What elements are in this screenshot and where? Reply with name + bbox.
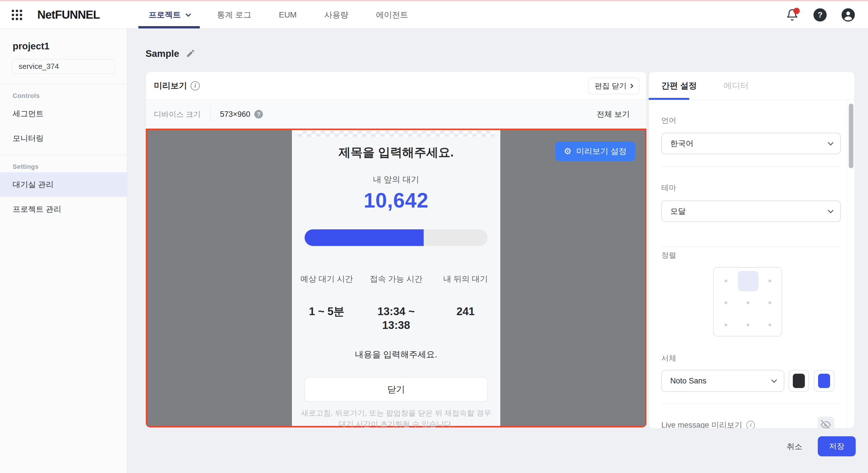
cancel-button[interactable]: 취소: [777, 437, 812, 456]
sidebar: project1 service_374 Controls 세그먼트 모니터링 …: [0, 29, 127, 473]
device-size-value: 573×960: [220, 110, 250, 119]
chevron-down-icon: [828, 140, 834, 146]
nav-item-agent[interactable]: 에이전트: [376, 1, 408, 28]
netfunnel-app: NetFUNNEL 프로젝트 통계 로그 EUM 사용량 에이전트: [0, 0, 868, 473]
tab-editor[interactable]: 에디터: [724, 72, 749, 100]
scrollbar-track: [847, 100, 847, 428]
tab-label: 간편 설정: [661, 80, 697, 92]
nav-item-eum[interactable]: EUM: [279, 1, 297, 28]
preview-stage: 제목을 입력해주세요. 내 앞의 대기 10,642 예상 대기 시간 1 ~ …: [146, 129, 646, 428]
nav-item-label: 프로젝트: [149, 9, 181, 20]
stat-queue-behind: 내 뒤의 대기 241: [431, 274, 500, 332]
language-select-value: 한국어: [670, 138, 693, 149]
waiting-room-modal: 제목을 입력해주세요. 내 앞의 대기 10,642 예상 대기 시간 1 ~ …: [292, 130, 500, 426]
settings-tabs: 간편 설정 에디터: [649, 72, 855, 100]
view-all-button[interactable]: 전체 보기: [596, 109, 630, 119]
language-select[interactable]: 한국어: [661, 133, 841, 154]
stat-label: 내 뒤의 대기: [431, 274, 500, 286]
font-select[interactable]: Noto Sans: [661, 370, 784, 392]
nav-item-stat-logs[interactable]: 통계 로그: [217, 1, 251, 28]
waiting-modal-body: 내용을 입력해주세요.: [292, 349, 500, 360]
chevron-right-icon: [629, 84, 633, 88]
preview-settings-label: 미리보기 설정: [576, 146, 627, 157]
sidebar-item-waiting-room[interactable]: 대기실 관리: [0, 172, 127, 197]
queue-ahead-label: 내 앞의 대기: [292, 174, 500, 185]
sidebar-item-project-management[interactable]: 프로젝트 관리: [0, 197, 127, 222]
account-icon[interactable]: [842, 8, 855, 22]
nav-item-usage[interactable]: 사용량: [324, 1, 348, 28]
page-title: Sample: [146, 48, 179, 59]
topbar: NetFUNNEL 프로젝트 통계 로그 EUM 사용량 에이전트: [0, 1, 868, 29]
swatch-color: [793, 374, 805, 388]
align-selector: [713, 267, 782, 336]
stat-label: 접속 가능 시간: [361, 274, 431, 286]
preview-settings-button[interactable]: ⚙ 미리보기 설정: [555, 141, 635, 161]
stat-expected-wait: 예상 대기 시간 1 ~ 5분: [292, 274, 361, 332]
waiting-modal-footnote: 새로고침, 뒤로가기, 또는 팝업창을 닫은 뒤 재접속할 경우 대기 시간이 …: [300, 408, 492, 428]
service-select-value: service_374: [19, 62, 59, 71]
divider: [661, 404, 841, 404]
device-size-row: 디바이스 크기 573×960 ? 전체 보기: [146, 100, 646, 129]
eye-off-icon[interactable]: [817, 416, 834, 429]
notification-bell-icon[interactable]: [786, 8, 799, 22]
stat-value: 241: [439, 305, 492, 318]
edit-close-button[interactable]: 편집 닫기: [588, 78, 639, 94]
stat-access-time: 접속 가능 시간 13:34 ~ 13:38: [361, 274, 431, 332]
preview-title: 미리보기: [154, 80, 187, 92]
align-label: 정렬: [661, 250, 676, 260]
divider: [661, 247, 841, 247]
save-button[interactable]: 저장: [818, 436, 856, 456]
settings-panel: 간편 설정 에디터 언어 한국어 테마 모달 정렬: [648, 71, 855, 429]
divider: [210, 106, 211, 122]
align-dot-top-left[interactable]: [724, 280, 727, 282]
nav-item-label: 에이전트: [376, 9, 408, 20]
waiting-modal-close-button[interactable]: 닫기: [305, 377, 488, 402]
font-color-swatch-blue[interactable]: [814, 370, 834, 392]
divider: [0, 84, 127, 84]
nav-item-label: 통계 로그: [217, 9, 251, 20]
sidebar-item-label: 모니터링: [12, 133, 43, 144]
sidebar-item-monitoring[interactable]: 모니터링: [0, 126, 127, 151]
theme-select[interactable]: 모달: [661, 201, 841, 222]
divider: [661, 166, 841, 167]
service-select[interactable]: service_374: [12, 59, 115, 73]
info-icon[interactable]: i: [191, 81, 200, 90]
gear-icon: ⚙: [564, 147, 571, 156]
brand-logo[interactable]: NetFUNNEL: [37, 8, 100, 21]
nav-item-projects[interactable]: 프로젝트: [149, 1, 189, 28]
stat-label: 예상 대기 시간: [292, 274, 361, 286]
stat-value: 13:34 ~ 13:38: [370, 305, 423, 332]
align-dot-middle-left[interactable]: [724, 302, 727, 304]
font-color-swatch-dark[interactable]: [789, 370, 809, 392]
align-dot-bottom-left[interactable]: [724, 323, 727, 326]
question-icon[interactable]: ?: [254, 110, 263, 119]
info-icon[interactable]: i: [746, 421, 755, 429]
preview-header: 미리보기 i 편집 닫기: [146, 72, 646, 100]
nav-item-label: 사용량: [324, 9, 348, 20]
queue-stats: 예상 대기 시간 1 ~ 5분 접속 가능 시간 13:34 ~ 13:38 내…: [292, 274, 500, 332]
notification-badge: [794, 8, 800, 14]
section-label-settings: Settings: [12, 163, 127, 170]
help-icon[interactable]: ?: [813, 8, 827, 22]
live-message-label: Live message 미리보기: [661, 420, 742, 429]
edit-close-label: 편집 닫기: [595, 81, 627, 91]
divider: [0, 155, 127, 155]
align-dot-middle-right[interactable]: [768, 302, 771, 304]
live-message-row: Live message 미리보기 i: [661, 416, 841, 429]
align-dot-bottom-right[interactable]: [768, 323, 771, 326]
page-title-row: Sample: [146, 48, 195, 59]
tab-quick-settings[interactable]: 간편 설정: [649, 72, 708, 100]
tab-label: 에디터: [724, 80, 749, 92]
scrollbar-thumb[interactable]: [849, 104, 854, 168]
align-dot-bottom-center[interactable]: [747, 323, 749, 326]
sidebar-item-segment[interactable]: 세그먼트: [0, 101, 127, 126]
preview-card: 미리보기 i 편집 닫기 디바이스 크기 573×960 ? 전체 보기 제목을…: [146, 71, 647, 428]
queue-progress-fill: [305, 229, 424, 246]
edit-pencil-icon[interactable]: [185, 49, 195, 59]
app-launcher-icon[interactable]: [11, 9, 23, 21]
align-dot-middle-center[interactable]: [747, 302, 749, 304]
align-dot-top-right[interactable]: [768, 280, 771, 282]
align-dot-top-center[interactable]: [746, 279, 751, 284]
chevron-down-icon: [771, 377, 777, 383]
placeholder-dash-strip: [298, 131, 495, 137]
